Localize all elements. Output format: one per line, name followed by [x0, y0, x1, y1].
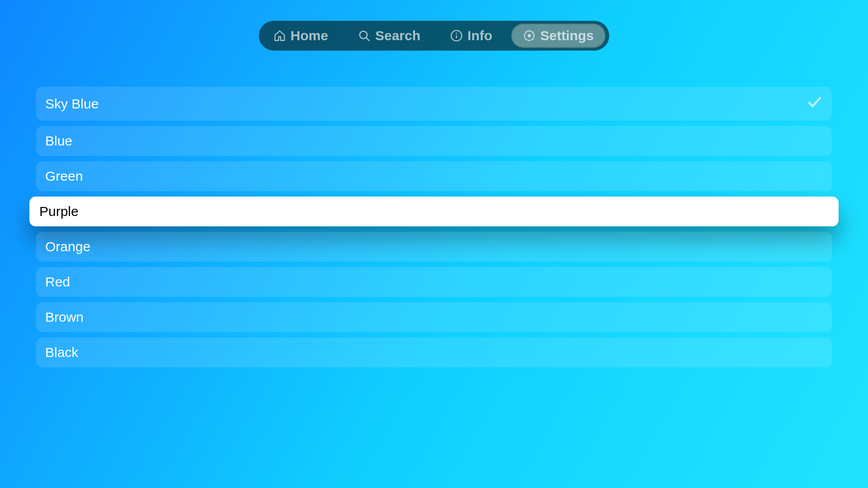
list-item-label: Black — [45, 345, 78, 360]
list-item-red[interactable]: Red — [36, 267, 832, 297]
nav-label: Search — [375, 28, 420, 43]
nav-bar: Home Search Info — [259, 21, 609, 51]
svg-line-1 — [367, 38, 370, 41]
list-item-label: Sky Blue — [45, 96, 99, 112]
info-icon — [450, 29, 463, 42]
nav-item-info[interactable]: Info — [439, 23, 503, 48]
nav-item-settings[interactable]: Settings — [511, 23, 605, 48]
list-item-green[interactable]: Green — [36, 161, 832, 191]
list-item-purple[interactable]: Purple — [29, 197, 839, 226]
list-item-brown[interactable]: Brown — [36, 302, 832, 332]
svg-point-0 — [360, 31, 367, 38]
search-icon — [358, 29, 371, 42]
list-item-label: Brown — [45, 310, 84, 325]
list-item-label: Green — [45, 169, 83, 184]
list-item-label: Red — [45, 274, 70, 290]
list-item-orange[interactable]: Orange — [36, 232, 832, 262]
list-item-label: Purple — [39, 204, 79, 219]
list-item-sky-blue[interactable]: Sky Blue — [36, 87, 832, 121]
settings-list: Sky Blue Blue Green Purple Orange Red Br… — [36, 87, 832, 373]
list-item-label: Blue — [45, 133, 72, 149]
list-item-label: Orange — [45, 239, 90, 254]
checkmark-icon — [807, 94, 823, 113]
nav-label: Settings — [540, 28, 594, 43]
nav-item-search[interactable]: Search — [347, 23, 431, 48]
gear-icon — [523, 29, 536, 42]
list-item-blue[interactable]: Blue — [36, 126, 832, 156]
nav-item-home[interactable]: Home — [263, 23, 339, 48]
nav-label: Info — [467, 28, 492, 43]
list-item-black[interactable]: Black — [36, 338, 832, 367]
nav-label: Home — [291, 28, 328, 43]
svg-point-4 — [456, 33, 458, 34]
home-icon — [274, 29, 286, 42]
